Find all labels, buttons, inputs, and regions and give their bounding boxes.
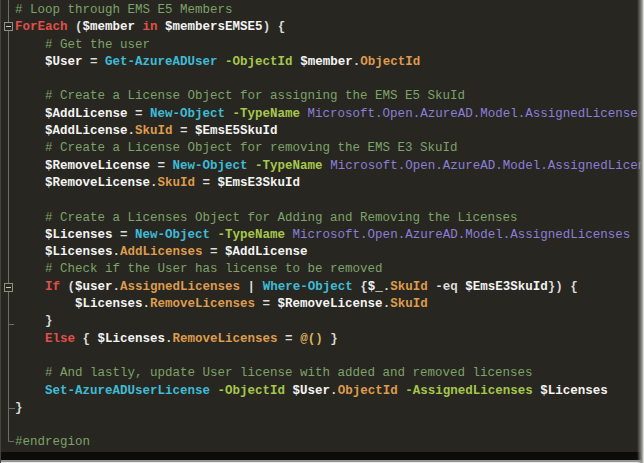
code-token: . (150, 176, 158, 190)
code-token: $membersEMSE5 (165, 20, 263, 34)
code-line: # Get the user (15, 37, 644, 54)
window-right-shadow (637, 0, 644, 463)
code-token: # Check if the User has license to be re… (15, 262, 383, 276)
code-token: # Create a Licenses Object for Adding an… (15, 211, 518, 225)
code-token: . (330, 384, 338, 398)
code-token: $Licenses (540, 384, 608, 398)
code-token: = (278, 332, 301, 346)
code-token (300, 107, 308, 121)
code-token (210, 228, 218, 242)
code-token (323, 159, 331, 173)
code-line (15, 417, 644, 434)
code-token: } (15, 314, 53, 328)
fold-minus-icon[interactable] (4, 22, 13, 31)
code-token (293, 55, 301, 69)
code-line: # And lastly, update User license with a… (15, 365, 644, 382)
code-line (15, 348, 644, 365)
code-line: #endregion (15, 434, 644, 451)
code-token (15, 124, 45, 138)
code-token (15, 280, 45, 294)
minus-glyph (6, 26, 11, 27)
code-token: Get-AzureADUser (105, 55, 218, 69)
code-token (15, 107, 45, 121)
code-line: If ($user.AssignedLicenses | Where-Objec… (15, 279, 644, 296)
code-token: } (15, 401, 23, 415)
code-token (15, 55, 45, 69)
code-line: $Licenses = New-Object -TypeName Microso… (15, 227, 644, 244)
code-token (15, 228, 45, 242)
code-token: If (45, 280, 60, 294)
code-token: AddLicenses (120, 245, 203, 259)
code-token: . (143, 297, 151, 311)
code-token: $EmsE5SkuId (195, 124, 278, 138)
code-token: $EmsE3SkuId (218, 176, 301, 190)
code-token: -TypeName (218, 228, 286, 242)
code-token: $RemoveLicense (45, 159, 150, 173)
code-token: -AssignedLicenses (405, 384, 533, 398)
code-token: -eq (428, 280, 466, 294)
code-token: #endregion (15, 435, 90, 449)
code-token: SkuId (390, 297, 428, 311)
code-token (15, 176, 45, 190)
fold-minus-icon[interactable] (4, 283, 13, 292)
code-token: # Create a License Object for removing t… (15, 141, 458, 155)
code-token: } (323, 332, 338, 346)
code-token: RemoveLicenses (150, 297, 255, 311)
code-token: # Create a License Object for assigning … (15, 89, 465, 103)
code-token: = (150, 159, 173, 173)
code-token: ( (68, 20, 83, 34)
window-bottom-edge (1, 452, 644, 460)
code-token: $user (75, 280, 113, 294)
code-token: | (240, 280, 263, 294)
code-line: $RemoveLicense = New-Object -TypeName Mi… (15, 158, 644, 175)
code-token: { (353, 280, 368, 294)
code-token: $User (45, 55, 83, 69)
code-token: = (195, 176, 218, 190)
code-line: $Licenses.RemoveLicenses = $RemoveLicens… (15, 296, 644, 313)
code-token: -ObjectId (218, 384, 286, 398)
code-token: . (113, 245, 121, 259)
code-area[interactable]: # Loop through EMS E5 MembersForEach ($m… (15, 2, 644, 452)
code-token: $Licenses (98, 332, 166, 346)
code-token: $AddLicense (45, 107, 128, 121)
code-token (15, 297, 75, 311)
code-token: # Get the user (15, 38, 150, 52)
code-token: . (165, 332, 173, 346)
code-token: = (113, 228, 136, 242)
code-token: -TypeName (255, 159, 323, 173)
code-line (15, 192, 644, 209)
code-token: . (383, 297, 391, 311)
code-line: Set-AzureADUserLicense -ObjectId $User.O… (15, 383, 644, 400)
code-token: = (83, 55, 106, 69)
code-line: $AddLicense.SkuId = $EmsE5SkuId (15, 123, 644, 140)
code-token: $AddLicense (45, 124, 128, 138)
code-line: Else { $Licenses.RemoveLicenses = @() } (15, 331, 644, 348)
code-line: $User = Get-AzureADUser -ObjectId $membe… (15, 54, 644, 71)
code-token: $Licenses (45, 245, 113, 259)
code-token: . (128, 124, 136, 138)
code-line: # Check if the User has license to be re… (15, 261, 644, 278)
code-token: in (143, 20, 158, 34)
code-token: = (255, 297, 278, 311)
code-token: # Loop through EMS E5 Members (15, 3, 233, 17)
code-line: # Create a License Object for assigning … (15, 88, 644, 105)
code-token: $EmsE3SkuId (465, 280, 548, 294)
code-token: . (113, 280, 121, 294)
code-token (210, 384, 218, 398)
code-token: $AddLicense (225, 245, 308, 259)
code-line: # Create a Licenses Object for Adding an… (15, 210, 644, 227)
code-token (248, 159, 256, 173)
code-token: $Licenses (45, 228, 113, 242)
code-token: New-Object (135, 228, 210, 242)
code-token (285, 384, 293, 398)
code-line: $RemoveLicense.SkuId = $EmsE3SkuId (15, 175, 644, 192)
code-token: $member (83, 20, 136, 34)
code-line: # Loop through EMS E5 Members (15, 2, 644, 19)
code-token: ForEach (15, 20, 68, 34)
code-token: -ObjectId (225, 55, 293, 69)
minus-glyph (6, 287, 11, 288)
code-token: SkuId (390, 280, 428, 294)
code-token: = (173, 124, 196, 138)
code-token: = (203, 245, 226, 259)
code-token: $member (300, 55, 353, 69)
